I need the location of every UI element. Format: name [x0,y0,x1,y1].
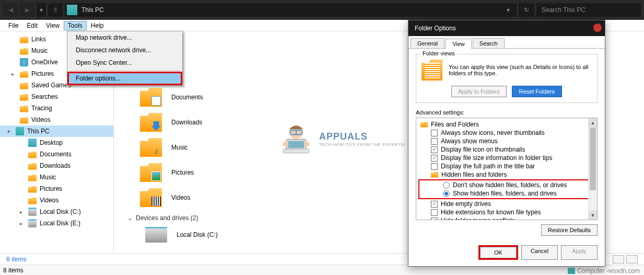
scroll-thumb[interactable] [590,128,596,190]
drive-icon [145,227,167,243]
menu-view[interactable]: View [42,21,64,30]
nav-bar: ◀ ▶ ▾ ⇧ This PC ▾ ↻ Search This PC [0,0,644,20]
menu-help[interactable]: Help [87,21,108,30]
menu-edit[interactable]: Edit [22,21,42,30]
drive-icon [28,208,37,216]
adv-full-path-title[interactable]: Display the full path in the title bar [418,162,595,170]
cancel-button[interactable]: Cancel [521,245,558,260]
folder-icon [28,163,37,170]
restore-defaults-button[interactable]: Restore Defaults [541,224,598,236]
breadcrumb-dropdown-icon[interactable]: ▾ [502,4,514,16]
chevron-down-icon[interactable]: ▾ [7,129,10,134]
tree-documents[interactable]: Documents [0,148,113,160]
dialog-title-text: Folder Options [415,25,456,32]
search-input[interactable]: Search This PC [536,3,641,17]
tools-dropdown: Map network drive... Disconnect network … [67,31,183,86]
folder-label: Music [171,144,188,151]
chevron-right-icon[interactable]: ▸ [20,221,22,226]
dialog-titlebar[interactable]: Folder Options [408,20,605,36]
scrollbar[interactable]: ▲ ▼ [588,118,597,220]
adv-show-hidden[interactable]: Show hidden files, folders, and drives [420,189,593,198]
folder-label: Documents [171,94,203,101]
onedrive-icon [20,58,28,66]
menu-folder-options[interactable]: Folder options... [67,72,182,85]
checkbox-checked-icon[interactable]: ✓ [431,146,438,153]
checkbox-icon[interactable] [431,163,438,170]
folder-icon [20,106,28,112]
folder-label: Videos [171,194,190,201]
checkbox-checked-icon[interactable]: ✓ [431,217,438,221]
checkbox-icon[interactable] [431,138,438,145]
close-icon[interactable] [593,24,602,32]
menu-separator [69,70,180,71]
adv-always-menus[interactable]: Always show menus [418,137,595,145]
nav-up-button[interactable]: ⇧ [48,3,63,17]
tree-videos[interactable]: Videos [0,114,113,125]
tree-searches[interactable]: Searches [0,91,113,102]
advanced-settings-list[interactable]: Files and Folders Always show icons, nev… [416,118,598,220]
checkbox-checked-icon[interactable]: ✓ [431,201,438,208]
menu-file[interactable]: File [4,21,22,30]
adv-dont-show-hidden[interactable]: Don't show hidden files, folders, or dri… [420,181,593,189]
chevron-right-icon[interactable]: ▸ [20,209,22,215]
menu-open-sync-center[interactable]: Open Sync Center... [67,56,182,69]
scroll-up-icon[interactable]: ▲ [589,118,597,127]
tree-downloads[interactable]: Downloads [0,160,113,171]
status-item-count-2: 8 items [3,267,24,274]
dialog-footer: OK Cancel Apply [408,241,605,266]
menu-map-network-drive[interactable]: Map network drive... [67,31,182,44]
radio-icon[interactable] [443,182,450,189]
tab-view[interactable]: View [446,39,472,49]
view-details-button[interactable] [613,255,624,263]
adv-root: Files and Folders [418,120,595,129]
folder-icon [420,122,428,128]
breadcrumb-text: This PC [81,6,104,14]
tree-music2[interactable]: Music [0,171,113,183]
tree-desktop[interactable]: Desktop [0,137,113,148]
adv-file-size-tips[interactable]: ✓Display file size information in folder… [418,154,595,162]
highlight-box: OK [478,245,518,260]
folder-icon [28,175,37,181]
tree-pictures2[interactable]: Pictures [0,183,113,194]
folder-label: Pictures [171,169,194,176]
apply-to-folders-button[interactable]: Apply to Folders [451,86,506,97]
checkbox-icon[interactable] [431,209,438,216]
menu-disconnect-network-drive[interactable]: Disconnect network drive... [67,44,182,56]
tree-videos2[interactable]: Videos [0,194,113,206]
breadcrumb[interactable]: This PC ▾ [65,3,517,17]
search-placeholder: Search This PC [542,6,586,14]
pc-icon [67,5,77,15]
adv-hide-merge-conflicts[interactable]: ✓Hide folder merge conflicts [418,216,595,220]
adv-hide-empty-drives[interactable]: ✓Hide empty drives [418,200,595,208]
tree-tracing[interactable]: Tracing [0,102,113,114]
ok-button[interactable]: OK [480,247,517,258]
tree-local-disk-e[interactable]: ▸Local Disk (E:) [0,217,113,229]
tree-this-pc[interactable]: ▾This PC [0,125,113,137]
tab-search[interactable]: Search [473,38,505,48]
adv-hidden-folder: Hidden files and folders [418,170,595,179]
tree-local-disk-c[interactable]: ▸Local Disk (C:) [0,206,113,217]
nav-back-button[interactable]: ◀ [3,3,18,17]
checkbox-icon[interactable] [431,130,438,136]
adv-hide-extensions[interactable]: Hide extensions for known file types [418,208,595,216]
nav-forward-button[interactable]: ▶ [20,3,34,17]
apply-button[interactable]: Apply [561,245,598,260]
tab-general[interactable]: General [411,38,444,48]
nav-history-dropdown[interactable]: ▾ [37,3,46,17]
adv-always-icons[interactable]: Always show icons, never thumbnails [418,129,595,137]
checkbox-checked-icon[interactable]: ✓ [431,155,438,162]
dialog-tabs: General View Search [408,36,605,49]
folder-views-group: Folder views You can apply this view (su… [416,54,598,103]
view-icons-button[interactable] [626,255,638,263]
chevron-right-icon[interactable]: ▸ [11,71,14,77]
chevron-down-icon[interactable]: ⌄ [127,214,133,222]
adv-file-icon-thumb[interactable]: ✓Display file icon on thumbnails [418,145,595,154]
status-item-count: 8 items [6,256,27,263]
folder-icon [140,163,162,182]
scroll-down-icon[interactable]: ▼ [589,211,597,220]
refresh-button[interactable]: ↻ [519,3,534,17]
drive-label: Local Disk (C:) [177,231,218,238]
reset-folders-button[interactable]: Reset Folders [512,86,562,97]
menu-tools[interactable]: Tools [64,21,87,30]
radio-checked-icon[interactable] [443,190,450,197]
